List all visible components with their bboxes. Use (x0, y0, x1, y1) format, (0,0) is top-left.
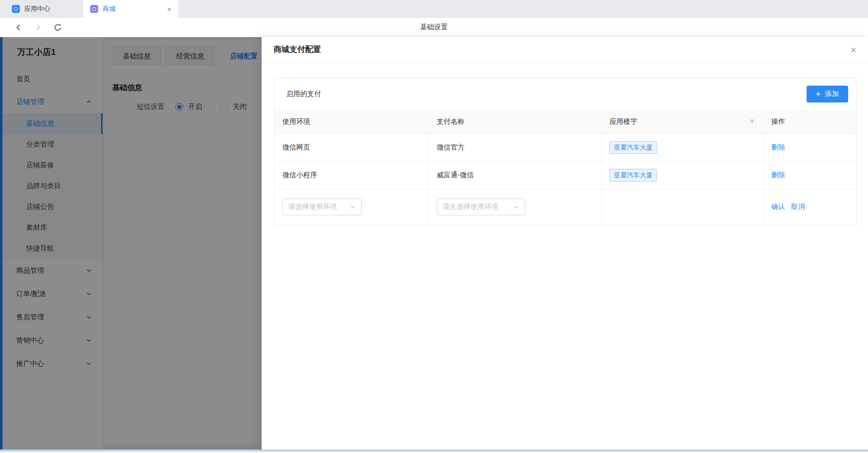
cell-environment: 微信网页 (274, 134, 429, 161)
cell-actions: 删除 (763, 161, 856, 189)
add-button[interactable]: + 添加 (807, 86, 848, 102)
delete-link[interactable]: 删除 (771, 143, 785, 151)
page-title: 基础设置 (420, 23, 448, 32)
drawer-title: 商城支付配置 (273, 45, 321, 55)
browser-tab-mall[interactable]: 商城 × (83, 0, 178, 18)
filter-icon[interactable] (749, 119, 755, 125)
cell-payment-name-select: 请先选择使用环境 (429, 189, 601, 225)
enabled-payments-card: 启用的支付 + 添加 使用环境 支付名称 应用 (274, 78, 857, 225)
cell-environment: 微信小程序 (274, 161, 429, 189)
browser-tab-label: 商城 (103, 4, 115, 13)
forward-icon[interactable] (34, 24, 42, 31)
browser-tab-app-center[interactable]: 应用中心 (5, 0, 83, 18)
confirm-link[interactable]: 确认 (771, 202, 785, 210)
cell-building: 亚夏汽车大厦 (601, 161, 763, 189)
table-row: 微信网页 微信官方 亚夏汽车大厦 删除 (274, 134, 856, 161)
back-icon[interactable] (15, 24, 22, 31)
cancel-link[interactable]: 取消 (791, 202, 805, 210)
chevron-down-icon (514, 204, 519, 210)
payments-table: 使用环境 支付名称 应用楼宇 操作 (274, 110, 856, 225)
plus-icon: + (816, 90, 820, 98)
app-region: 万工小店1 首页 店铺管理 基础信息 分类管理 店铺装修 品牌与类目 店铺公告 … (0, 37, 868, 453)
building-tag: 亚夏汽车大厦 (609, 169, 657, 182)
cell-editor-actions: 确认取消 (763, 189, 856, 225)
payment-config-drawer: 商城支付配置 × 启用的支付 + 添加 使用环境 支付名称 (262, 37, 868, 453)
refresh-icon[interactable] (54, 23, 62, 32)
payment-name-select[interactable]: 请先选择使用环境 (437, 199, 525, 215)
table-row: 微信小程序 威富通-微信 亚夏汽车大厦 删除 (274, 161, 856, 189)
table-editor-row: 请选择使用环境 请先选择使用环境 (274, 189, 856, 225)
delete-link[interactable]: 删除 (771, 171, 785, 179)
cell-payment-name: 微信官方 (429, 134, 601, 161)
cell-building: 亚夏汽车大厦 (601, 134, 763, 161)
drawer-body: 启用的支付 + 添加 使用环境 支付名称 应用 (262, 63, 868, 225)
enabled-payments-label: 启用的支付 (286, 90, 321, 99)
drawer-mask[interactable] (0, 37, 262, 453)
window-bottom-edge (0, 450, 868, 453)
environment-select[interactable]: 请选择使用环境 (282, 199, 362, 215)
browser-tabbar: 应用中心 商城 × (0, 0, 868, 18)
column-header-actions: 操作 (763, 110, 856, 134)
cell-payment-name: 威富通-微信 (429, 161, 601, 189)
cell-building-empty (601, 189, 763, 225)
building-tag: 亚夏汽车大厦 (609, 141, 657, 154)
cell-actions: 删除 (763, 134, 856, 161)
cell-environment-select: 请选择使用环境 (274, 189, 429, 225)
column-header-environment: 使用环境 (274, 110, 429, 134)
column-header-payment-name: 支付名称 (429, 110, 601, 134)
tab-close-icon[interactable]: × (167, 5, 171, 13)
drawer-header: 商城支付配置 × (262, 37, 868, 63)
close-icon[interactable]: × (851, 45, 856, 54)
mall-icon (90, 5, 98, 13)
chevron-down-icon (350, 204, 356, 210)
column-header-building: 应用楼宇 (601, 110, 763, 134)
navigation-bar: 基础设置 (0, 18, 868, 37)
table-header-row: 使用环境 支付名称 应用楼宇 操作 (274, 110, 856, 134)
card-header: 启用的支付 + 添加 (274, 78, 856, 110)
app-center-icon (12, 5, 20, 13)
browser-tab-label: 应用中心 (24, 4, 50, 13)
